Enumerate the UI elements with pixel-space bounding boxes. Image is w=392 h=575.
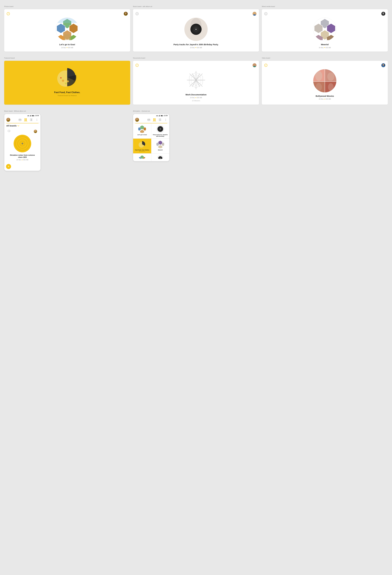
- dot-mewriel: [324, 47, 325, 48]
- grid-item-partial-1[interactable]: [133, 153, 151, 161]
- nav-avatar-2[interactable]: [135, 118, 139, 122]
- meta-goa: 26 files 835 MB: [61, 47, 73, 48]
- nav-bar-2: ⋮: [133, 117, 169, 123]
- nav-list-1[interactable]: [29, 118, 33, 121]
- check-icon-bollywood: [264, 64, 267, 67]
- card-goa[interactable]: Let's go to Goa! 26 files 835 MB: [4, 9, 130, 51]
- doc-work: [185, 69, 207, 91]
- svg-rect-115: [160, 115, 160, 116]
- svg-point-52: [67, 80, 69, 82]
- mosaic-goa: [55, 17, 79, 41]
- nav-avatar-1[interactable]: [6, 118, 10, 122]
- grid-item-fastfood[interactable]: Fast Food, Fast Clothes By Reliance: [133, 139, 151, 153]
- svg-rect-86: [32, 115, 34, 116]
- svg-rect-127: [160, 119, 161, 121]
- label-all-boards-zoomed: All boards – Zoomed out: [133, 110, 259, 112]
- empty-col: [262, 114, 388, 171]
- card-party[interactable]: Party tracks for Jayesh's 30th Birthday …: [133, 9, 259, 51]
- dot-work: [195, 97, 196, 98]
- grid-title-fastfood: Fast Food, Fast Clothes: [135, 149, 149, 151]
- time-1: 12:30: [35, 115, 39, 116]
- svg-point-67: [383, 64, 384, 66]
- nav-more-1[interactable]: ⋮: [35, 118, 39, 121]
- check-icon-work: [136, 64, 138, 67]
- nav-inbox-2[interactable]: [147, 118, 151, 121]
- svg-marker-144: [158, 141, 162, 145]
- nav-more-2[interactable]: ⋮: [164, 118, 167, 121]
- add-button-1[interactable]: +: [6, 164, 11, 169]
- avatar-dictation[interactable]: [34, 130, 37, 133]
- ban-icon-party: [136, 12, 138, 15]
- nav-icons-1: ⋮: [18, 118, 39, 121]
- grid-item-mewriel[interactable]: Mewriel: [151, 139, 169, 153]
- svg-point-50: [65, 83, 67, 84]
- nav-bar-1: ⋮: [4, 117, 41, 123]
- check-icon-goa: [7, 12, 10, 15]
- nav-grid-1[interactable]: [24, 118, 27, 121]
- svg-rect-96: [31, 119, 32, 121]
- avatar-bollywood: [381, 63, 385, 67]
- svg-point-97: [35, 130, 36, 132]
- grid-item-partial-2[interactable]: [151, 153, 169, 161]
- dot-dictation: [22, 160, 23, 160]
- svg-rect-82: [30, 115, 30, 116]
- svg-rect-114: [159, 115, 160, 116]
- card-work[interactable]: Work Documentation 26 files 835 MB 15 fo…: [133, 61, 259, 105]
- mosaic-bollywood: [313, 69, 337, 93]
- svg-point-32: [383, 12, 384, 14]
- pie-fastfood: [55, 65, 79, 89]
- card-mewriel[interactable]: Mewriel 26 files 835 MB: [262, 9, 388, 51]
- svg-point-74: [315, 71, 322, 81]
- svg-rect-126: [159, 119, 160, 121]
- svg-point-119: [136, 118, 138, 120]
- svg-point-89: [7, 120, 10, 122]
- thumb-partial-1: [138, 155, 146, 159]
- status-bar-2: 12:30: [133, 114, 169, 117]
- svg-point-81: [28, 116, 28, 116]
- grid-title-party: Party tracks for Jayesh's 30th Birthday.: [153, 134, 168, 137]
- label-video-board: Video board: [262, 57, 388, 59]
- mobile-card-dictation[interactable]: ⊘: [6, 128, 39, 163]
- svg-point-1: [124, 14, 127, 16]
- svg-rect-113: [159, 115, 159, 116]
- svg-point-17: [253, 14, 256, 16]
- avatar-work: [253, 63, 256, 67]
- svg-point-16: [254, 12, 255, 14]
- mobile-mockup-zoomed: 12:30 ⋮: [133, 114, 169, 161]
- card-fastfood[interactable]: Fast Food, Fast Clothes. Featured board …: [4, 61, 130, 105]
- time-2: 12:30: [164, 115, 168, 116]
- nav-inbox-1[interactable]: [18, 118, 22, 121]
- mobile-title-1: All boards: [6, 124, 39, 127]
- grid-item-goa[interactable]: Let's go to Goa!: [133, 123, 151, 139]
- mobile-header-1: All boards: [4, 123, 41, 128]
- card-bollywood[interactable]: Bollywood Movies 26 files 835 MB: [262, 61, 388, 105]
- meta-party: 26 files 835 MB: [190, 47, 202, 48]
- grid-title-mewriel: Mewriel: [158, 149, 162, 151]
- board-row-2: Fast Food, Fast Clothes. Featured board …: [4, 61, 388, 105]
- svg-point-33: [382, 14, 385, 16]
- grid-item-party[interactable]: Party tracks for Jayesh's 30th Birthday.: [151, 123, 169, 139]
- svg-point-88: [7, 118, 9, 120]
- svg-point-53: [254, 64, 255, 66]
- svg-rect-95: [30, 119, 31, 121]
- status-bar-1: 12:30: [4, 114, 41, 117]
- svg-rect-92: [26, 119, 27, 120]
- svg-point-54: [253, 66, 256, 67]
- nav-grid-2[interactable]: [153, 118, 156, 121]
- svg-point-0: [125, 12, 127, 14]
- svg-point-75: [327, 72, 334, 81]
- thumb-fastfood: [138, 140, 146, 148]
- nav-list-2[interactable]: [158, 118, 162, 121]
- svg-marker-151: [140, 155, 144, 159]
- label-featured-board: Featured board: [4, 57, 130, 59]
- title-dictation: Dictation notes from science class 26/5: [8, 154, 37, 158]
- title-work: Work Documentation: [185, 93, 207, 96]
- avatar-mewriel: [381, 12, 385, 16]
- title-party: Party tracks for Jayesh's 30th Birthday …: [173, 43, 219, 46]
- label-music-board-album: Music board · with album art: [133, 6, 259, 7]
- followers-work: 15 followers: [192, 100, 200, 101]
- svg-marker-129: [140, 125, 144, 130]
- svg-point-68: [382, 66, 385, 67]
- grid-title-goa: Let's go to Goa!: [137, 134, 147, 136]
- label-photos-board: Photos board: [4, 6, 130, 7]
